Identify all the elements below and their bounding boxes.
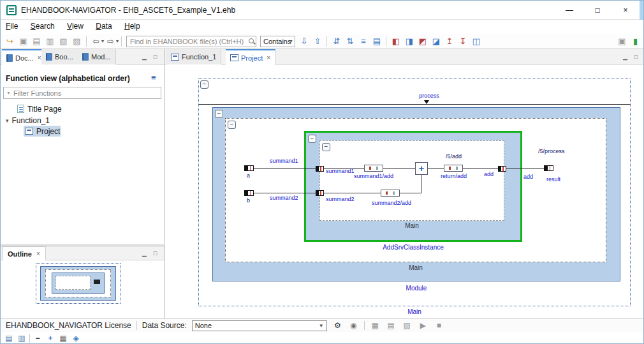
panel-maximize-icon[interactable]: □ bbox=[150, 249, 160, 258]
diagram-canvas[interactable]: process + a b summand1 summand2 summand1… bbox=[165, 64, 644, 318]
collapse-button-instance[interactable]: − bbox=[308, 135, 316, 143]
port-add-out[interactable] bbox=[498, 166, 506, 172]
gear-icon[interactable]: ⚙ bbox=[332, 320, 343, 331]
compare-icon[interactable]: ◫ bbox=[470, 35, 482, 47]
maximize-button[interactable]: □ bbox=[583, 1, 611, 20]
call-return-add[interactable] bbox=[444, 165, 463, 172]
overlay-diagram-icon[interactable]: ◩ bbox=[416, 35, 428, 47]
menu-search[interactable]: Search bbox=[26, 20, 60, 33]
zoom-in-icon[interactable]: + bbox=[45, 333, 55, 343]
contains-dropdown[interactable]: Contains ▾ bbox=[260, 36, 295, 47]
goto-child-icon[interactable]: ↧ bbox=[457, 35, 469, 47]
collapse-button-module-main[interactable]: − bbox=[228, 121, 236, 129]
menu-file[interactable]: File bbox=[1, 20, 23, 33]
close-icon[interactable]: × bbox=[36, 250, 40, 257]
layout-icon[interactable]: ▧ bbox=[402, 320, 413, 331]
book-icon bbox=[46, 53, 52, 61]
pin-diagram-icon[interactable]: ◪ bbox=[430, 35, 442, 47]
panel-maximize-icon[interactable]: □ bbox=[631, 52, 641, 61]
tab-label: Boo... bbox=[55, 53, 73, 61]
input-port-b[interactable] bbox=[244, 190, 254, 196]
import-icon[interactable]: ↪ bbox=[4, 35, 16, 47]
tab-bookmarks[interactable]: Boo... bbox=[41, 49, 78, 64]
find-next-icon[interactable]: ⇩ bbox=[298, 35, 310, 47]
book-icon bbox=[82, 53, 89, 61]
collapse-button-module[interactable]: − bbox=[215, 110, 223, 118]
export-icon[interactable]: ▥ bbox=[44, 35, 56, 47]
menubar: File Search View Data Help bbox=[1, 20, 644, 34]
collapse-button-outer[interactable]: − bbox=[200, 80, 209, 89]
sync-diagram-icon[interactable]: ◨ bbox=[403, 35, 415, 47]
tab-project[interactable]: Project × bbox=[226, 49, 275, 65]
back-caret-icon[interactable]: ▾ bbox=[101, 38, 104, 44]
data-source-dropdown[interactable]: None ▼ bbox=[192, 320, 327, 331]
forward-icon[interactable]: ⇨ bbox=[105, 35, 117, 47]
tab-models[interactable]: Mod... bbox=[78, 49, 116, 64]
editor-layout-icon[interactable]: ▣ bbox=[616, 35, 628, 47]
copy-icon[interactable]: ▧ bbox=[57, 35, 70, 47]
menu-view[interactable]: View bbox=[62, 20, 89, 33]
collapse-all-icon[interactable]: ⇅ bbox=[344, 35, 356, 47]
panel-view-icon-1[interactable]: ▤ bbox=[4, 333, 14, 343]
tab-outline[interactable]: Outline × bbox=[2, 246, 46, 260]
tab-label: Function_1 bbox=[182, 53, 216, 61]
call-summand1-add[interactable] bbox=[364, 165, 383, 172]
panel-minimize-icon[interactable]: ▁ bbox=[620, 52, 630, 61]
zoom-level-icon[interactable]: ▦ bbox=[58, 333, 68, 343]
play-icon[interactable]: ▶ bbox=[418, 320, 428, 331]
filter-input[interactable]: ▼ Filter Functions bbox=[3, 87, 161, 99]
port-summand1[interactable] bbox=[316, 166, 324, 172]
diagram-icon bbox=[171, 54, 179, 61]
panel-view-icon-2[interactable]: ▥ bbox=[17, 333, 27, 343]
tree-item-title-page[interactable]: Title Page bbox=[17, 103, 62, 114]
tab-label: Project bbox=[241, 54, 263, 62]
close-icon[interactable]: × bbox=[38, 54, 41, 61]
zoom-out-icon[interactable]: − bbox=[33, 333, 43, 343]
save-icon[interactable]: ▣ bbox=[17, 35, 29, 47]
label-outer-main: Main bbox=[198, 308, 631, 315]
label-add-inner: add bbox=[484, 171, 494, 177]
document-icon bbox=[17, 105, 24, 113]
link-diagram-icon[interactable]: ◧ bbox=[390, 35, 402, 47]
stop-icon[interactable]: ■ bbox=[434, 320, 444, 331]
menu-help[interactable]: Help bbox=[119, 20, 145, 33]
panel-minimize-icon[interactable]: ▁ bbox=[140, 52, 149, 61]
call-summand2-add[interactable] bbox=[381, 190, 400, 197]
contains-caret-icon: ▾ bbox=[289, 38, 292, 44]
manual-book-icon[interactable]: ▮ bbox=[629, 35, 641, 47]
print-icon[interactable]: ▤ bbox=[31, 35, 43, 47]
tab-documents[interactable]: Doc... × bbox=[2, 49, 47, 65]
adder-block[interactable]: + bbox=[415, 162, 428, 175]
data-source-value: None bbox=[195, 322, 212, 329]
expand-all-icon[interactable]: ⇵ bbox=[330, 35, 342, 47]
close-button[interactable]: × bbox=[611, 1, 640, 20]
eye-icon[interactable]: ◉ bbox=[348, 320, 359, 331]
experiment-grid-icon[interactable]: ▦ bbox=[370, 320, 381, 331]
measure-table-icon[interactable]: ▤ bbox=[386, 320, 397, 331]
block-instance-main[interactable] bbox=[319, 140, 504, 221]
tab-function-1[interactable]: Function_1 bbox=[166, 49, 221, 64]
view-menu-icon[interactable]: ≡ bbox=[151, 73, 156, 82]
panel-minimize-icon[interactable]: ▁ bbox=[140, 249, 149, 258]
forward-caret-icon[interactable]: ▾ bbox=[116, 38, 119, 44]
menu-data[interactable]: Data bbox=[91, 20, 117, 33]
zoom-fit-icon[interactable]: ◈ bbox=[71, 333, 81, 343]
minimize-button[interactable]: — bbox=[555, 1, 583, 20]
tree-view-icon[interactable]: ≡ bbox=[357, 35, 369, 47]
back-icon[interactable]: ⇦ bbox=[90, 35, 102, 47]
search-input[interactable] bbox=[126, 36, 256, 47]
panel-maximize-icon[interactable]: □ bbox=[150, 52, 160, 61]
close-icon[interactable]: × bbox=[267, 54, 270, 61]
tree-item-project[interactable]: Project bbox=[25, 126, 60, 137]
tree-item-function-1[interactable]: ▾ Function_1 bbox=[6, 115, 50, 126]
output-port-result[interactable] bbox=[544, 165, 553, 171]
find-previous-icon[interactable]: ⇧ bbox=[311, 35, 323, 47]
collapse-button-instance-main[interactable]: − bbox=[322, 143, 330, 151]
goto-parent-icon[interactable]: ↥ bbox=[443, 35, 455, 47]
paste-icon[interactable]: ▨ bbox=[71, 35, 83, 47]
input-port-a[interactable] bbox=[244, 165, 254, 171]
port-summand2[interactable] bbox=[316, 190, 324, 196]
chevron-down-icon[interactable]: ▾ bbox=[6, 117, 9, 124]
main-toolbar: ↪ ▣ ▤ ▥ ▧ ▨ ⇦ ▾ ⇨ ▾ Contains ▾ ⇩ ⇧ ⇵ ⇅ ≡… bbox=[1, 34, 644, 49]
list-view-icon[interactable]: ▤ bbox=[370, 35, 383, 47]
